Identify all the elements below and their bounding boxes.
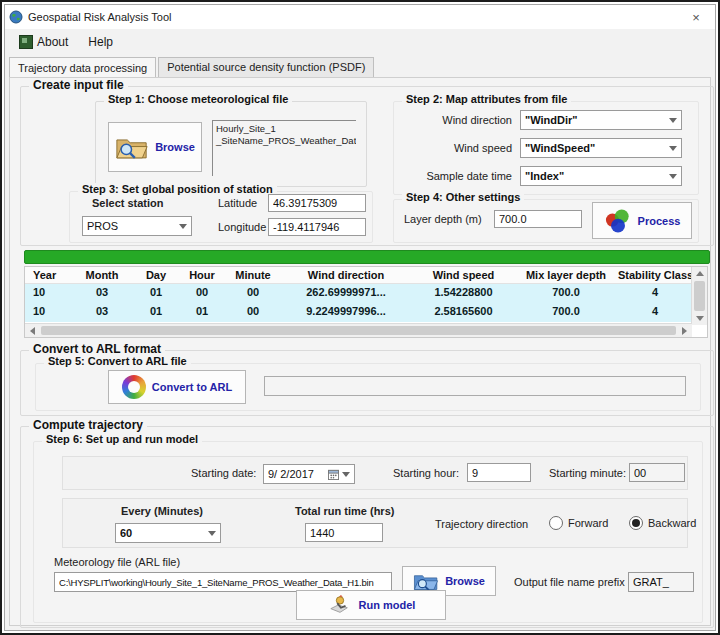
col-year: Year — [25, 267, 71, 284]
sample-date-time-select[interactable]: "Index" — [520, 166, 682, 186]
met-file-path-field[interactable] — [54, 572, 392, 592]
cell: 00 — [179, 284, 225, 303]
cell: 01 — [133, 284, 179, 303]
wind-direction-label: Wind direction — [394, 114, 512, 126]
step6-title: Step 6: Set up and run model — [42, 433, 202, 445]
scroll-right-icon — [682, 327, 687, 335]
compute-trajectory-group: Compute trajectory Step 6: Set up and ru… — [20, 426, 714, 628]
latitude-field[interactable] — [268, 194, 366, 212]
tab-psdf-label: Potential source density function (PSDF) — [167, 61, 365, 73]
every-minutes-label: Every (Minutes) — [121, 505, 203, 517]
col-wind-direction: Wind direction — [281, 267, 411, 284]
total-run-time-field[interactable] — [305, 523, 383, 542]
starting-minute-field[interactable] — [629, 463, 685, 482]
col-mix-layer-depth: Mix layer depth — [516, 267, 616, 284]
convert-to-arl-button[interactable]: Convert to ARL — [108, 370, 246, 404]
file-name-line1: Hourly_Site_1 — [216, 123, 353, 135]
cell: 9.2249997996... — [281, 303, 411, 322]
cell: 00 — [225, 303, 281, 322]
close-button[interactable]: × — [681, 6, 711, 28]
create-input-file-group: Create input file Step 1: Choose meteoro… — [20, 86, 714, 246]
cell: 01 — [133, 303, 179, 322]
tab-psdf[interactable]: Potential source density function (PSDF) — [158, 57, 374, 77]
cell: 03 — [71, 303, 133, 322]
station-select[interactable]: PROS — [82, 216, 192, 236]
wind-direction-select[interactable]: "WindDir" — [520, 110, 682, 130]
col-day: Day — [133, 267, 179, 284]
convert-button-label: Convert to ARL — [152, 381, 232, 393]
horizontal-scroll-thumb[interactable] — [41, 326, 676, 335]
starting-date-picker[interactable]: 9/ 2/2017 — [263, 464, 355, 484]
convert-progress-bar — [264, 376, 686, 396]
rgb-spheres-icon — [604, 208, 632, 234]
cell: 2.58165600 — [411, 303, 516, 322]
table-vertical-scrollbar[interactable] — [691, 267, 707, 325]
file-name-line2: _SiteName_PROS_Weather_Data.csv — [216, 135, 353, 147]
scroll-up-icon — [696, 271, 704, 276]
cell: 10 — [25, 303, 71, 322]
backward-radio[interactable]: Backward — [629, 516, 696, 530]
menu-help-label: Help — [88, 35, 113, 49]
col-stability-class: Stability Class — [616, 267, 694, 284]
compute-group-title: Compute trajectory — [29, 418, 147, 432]
menu-about[interactable]: About — [11, 32, 76, 52]
tab-strip: Trajectory data processing Potential sou… — [5, 55, 715, 77]
cell: 10 — [25, 284, 71, 303]
cell: 4 — [616, 303, 694, 322]
step5-title: Step 5: Convert to ARL file — [44, 355, 191, 367]
output-prefix-field[interactable] — [628, 572, 694, 592]
cell: 00 — [225, 284, 281, 303]
process-button[interactable]: Process — [592, 202, 692, 239]
color-ring-icon — [122, 375, 146, 399]
forward-radio[interactable]: Forward — [549, 516, 608, 530]
screenshot-frame: Geospatial Risk Analysis Tool × About He… — [0, 0, 720, 635]
step3-group: Step 3: Set global position of station S… — [69, 191, 373, 243]
longitude-field[interactable] — [268, 218, 366, 236]
table-row[interactable]: 10 03 01 00 00 262.69999971... 1.5422880… — [25, 284, 707, 303]
wind-speed-value: "WindSpeed" — [525, 142, 666, 154]
layer-depth-field[interactable] — [494, 210, 582, 228]
table-horizontal-scrollbar[interactable] — [25, 323, 692, 337]
met-file-label: Meteorology file (ARL file) — [54, 556, 180, 568]
start-datetime-panel: Starting date: 9/ 2/2017 Starting h — [62, 456, 688, 490]
col-month: Month — [71, 267, 133, 284]
scroll-up-button[interactable] — [692, 267, 707, 280]
weather-data-table: Year Month Day Hour Minute Wind directio… — [24, 266, 708, 338]
every-minutes-select[interactable]: 60 — [115, 523, 221, 543]
step6-group: Step 6: Set up and run model Starting da… — [33, 441, 703, 623]
menu-help[interactable]: Help — [80, 32, 121, 52]
meteorological-browse-button[interactable]: Browse — [108, 122, 202, 172]
app-icon — [9, 10, 23, 24]
wind-speed-select[interactable]: "WindSpeed" — [520, 138, 682, 158]
window-title: Geospatial Risk Analysis Tool — [28, 11, 171, 23]
step5-group: Step 5: Convert to ARL file Convert to A… — [35, 363, 701, 411]
longitude-label: Longitude — [218, 221, 266, 233]
calendar-icon — [328, 469, 339, 480]
wind-speed-label: Wind speed — [394, 142, 512, 154]
vertical-scroll-thumb[interactable] — [694, 281, 705, 311]
select-station-label: Select station — [92, 197, 164, 209]
dropdown-arrow-icon — [669, 146, 677, 151]
table-row[interactable]: 10 03 01 01 00 9.2249997996... 2.5816560… — [25, 303, 707, 322]
app-window: Geospatial Risk Analysis Tool × About He… — [4, 4, 716, 631]
starting-hour-field[interactable] — [467, 463, 531, 482]
scroll-right-button[interactable] — [677, 324, 692, 337]
step1-group: Step 1: Choose meteorological file Brows… — [95, 101, 367, 187]
dropdown-arrow-icon — [208, 531, 216, 536]
cell: 700.0 — [516, 303, 616, 322]
scroll-left-button[interactable] — [25, 324, 40, 337]
dropdown-arrow-icon — [342, 472, 350, 477]
processing-progress-bar — [24, 250, 710, 264]
trajectory-direction-label: Trajectory direction — [435, 518, 528, 530]
tab-trajectory-data-processing[interactable]: Trajectory data processing — [9, 57, 156, 78]
step3-title: Step 3: Set global position of station — [78, 183, 277, 195]
run-model-button[interactable]: Run model — [296, 590, 446, 620]
backward-label: Backward — [648, 517, 696, 529]
scroll-down-icon — [696, 316, 704, 321]
convert-to-arl-group: Convert to ARL format Step 5: Convert to… — [20, 350, 714, 416]
starting-date-label: Starting date: — [191, 467, 256, 479]
scroll-down-button[interactable] — [692, 312, 707, 325]
sample-date-time-label: Sample date time — [394, 170, 512, 182]
dropdown-arrow-icon — [179, 224, 187, 229]
col-hour: Hour — [179, 267, 225, 284]
